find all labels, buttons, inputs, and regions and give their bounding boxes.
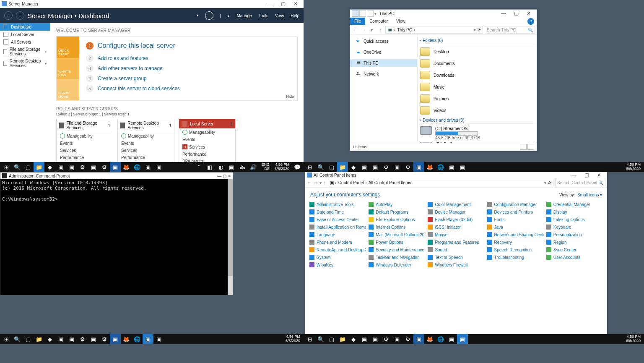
cp-remoteapp[interactable]: RemoteApp and Desktop Connections bbox=[309, 246, 366, 253]
qat-icon[interactable] bbox=[367, 10, 374, 17]
crumb-this-pc[interactable]: This PC bbox=[397, 28, 412, 32]
back-button[interactable]: ← bbox=[352, 27, 358, 32]
nav-quick-access[interactable]: ★Quick access bbox=[350, 37, 417, 45]
scroll-thumb[interactable] bbox=[228, 179, 233, 276]
cp-admin-tools[interactable]: Administrative Tools bbox=[309, 201, 366, 208]
cmd-icon[interactable]: ▣ bbox=[446, 334, 457, 344]
taskbar-app-icon[interactable]: ▣ bbox=[392, 334, 402, 344]
cp-credential-manager[interactable]: Credential Manager bbox=[546, 201, 603, 208]
menu-view[interactable]: View bbox=[275, 13, 284, 18]
nav-remote-desktop[interactable]: Remote Desktop Services▸ bbox=[0, 57, 50, 69]
details-view-button[interactable] bbox=[520, 144, 527, 150]
folder-pictures[interactable]: Pictures bbox=[419, 93, 535, 104]
cp-personalization[interactable]: Personalization bbox=[546, 231, 603, 238]
server-manager-task-icon[interactable]: ▣ bbox=[153, 162, 164, 172]
cp-titlebar[interactable]: All Control Panel Items — ▢ ✕ bbox=[305, 172, 607, 178]
settings-icon[interactable]: ⚙ bbox=[381, 334, 392, 344]
folder-downloads[interactable]: Downloads bbox=[419, 69, 535, 81]
cp-color-management[interactable]: Color Management bbox=[428, 201, 484, 208]
refresh-icon[interactable] bbox=[205, 11, 213, 20]
taskbar-app-icon[interactable]: ◆ bbox=[44, 334, 55, 344]
minimize-button[interactable]: — bbox=[497, 10, 510, 16]
close-button[interactable]: ✕ bbox=[228, 174, 231, 178]
cmd-task-icon[interactable]: ▣ bbox=[143, 334, 153, 344]
taskbar-app-icon[interactable]: ◆ bbox=[44, 162, 55, 172]
nav-local-server[interactable]: Local Server bbox=[0, 31, 50, 38]
cp-ease-of-access[interactable]: Ease of Access Center bbox=[309, 216, 366, 223]
recent-dropdown[interactable]: ▾ bbox=[369, 27, 375, 33]
cp-security-maintenance[interactable]: Security and Maintenance bbox=[369, 246, 425, 253]
firefox-icon[interactable]: 🦊 bbox=[424, 334, 435, 344]
cp-config-manager[interactable]: Configuration Manager bbox=[487, 201, 544, 208]
taskbar-app-icon[interactable]: ▣ bbox=[359, 162, 370, 172]
row-performance[interactable]: Performance bbox=[57, 154, 113, 161]
action-center-icon[interactable]: 💬 bbox=[292, 162, 303, 172]
taskbar-app-icon[interactable]: ⚙ bbox=[402, 162, 413, 172]
nav-network[interactable]: 🖧Network bbox=[350, 70, 417, 78]
task-view-button[interactable]: ▢ bbox=[23, 334, 34, 344]
quick-start-tab[interactable]: QUICK START bbox=[57, 37, 79, 58]
forward-button[interactable]: → bbox=[313, 180, 318, 185]
taskbar-app-icon[interactable]: ▣ bbox=[66, 334, 77, 344]
crumb-control-panel[interactable]: Control Panel bbox=[338, 180, 364, 185]
taskbar-app-icon[interactable]: ▣ bbox=[359, 334, 370, 344]
nav-dashboard[interactable]: Dashboard bbox=[0, 23, 50, 31]
card-local-server[interactable]: Local Server1 Manageability Events 3Serv… bbox=[179, 119, 236, 162]
cmd-icon[interactable]: ▣ bbox=[143, 162, 153, 172]
cp-windows-firewall[interactable]: Windows Firewall bbox=[428, 261, 484, 268]
cmd-icon[interactable]: ▣ bbox=[446, 162, 457, 172]
cmd-titlebar[interactable]: Administrator: Command Prompt — ▢ ✕ bbox=[0, 172, 233, 179]
taskbar-app-icon[interactable]: ⚙ bbox=[99, 334, 110, 344]
taskbar-app-icon[interactable]: ◆ bbox=[348, 334, 359, 344]
taskbar-clock[interactable]: 4:56 PM6/6/2020 bbox=[283, 335, 303, 343]
cp-sound[interactable]: Sound bbox=[428, 246, 484, 253]
step-add-servers[interactable]: 3Add other servers to manage bbox=[86, 63, 291, 73]
search-button[interactable]: 🔍 bbox=[12, 334, 23, 344]
settings-icon[interactable]: ⚙ bbox=[381, 162, 392, 172]
cp-taskbar-nav[interactable]: Taskbar and Navigation bbox=[369, 254, 425, 261]
cp-flash-player[interactable]: Flash Player (32-bit) bbox=[428, 216, 484, 223]
recent-dropdown[interactable]: ▾ bbox=[319, 180, 322, 185]
address-bar[interactable]: ▣ › Control Panel › All Control Panel It… bbox=[328, 179, 554, 186]
back-button[interactable]: ← bbox=[4, 11, 13, 20]
row-services[interactable]: Services bbox=[57, 147, 113, 154]
explorer-task-icon[interactable]: 📁 bbox=[34, 334, 44, 344]
taskbar-app-icon[interactable]: ⚙ bbox=[402, 334, 413, 344]
taskbar[interactable]: ⊞ 🔍 ▢ 📁 ◆ ▣ ▣ ⚙ ▣ ⚙ ▣ 🦊 🌐 ▣ ▣ ˄ ◧ ◐ ▣ 🖧 … bbox=[0, 162, 304, 172]
taskbar-app-icon[interactable]: ▣ bbox=[457, 162, 468, 172]
firefox-icon[interactable]: 🦊 bbox=[121, 334, 132, 344]
cp-default-programs[interactable]: Default Programs bbox=[369, 209, 425, 215]
section-folders[interactable]: ▾Folders (6) bbox=[419, 37, 535, 44]
taskbar-app-icon[interactable]: ▣ bbox=[392, 162, 402, 172]
cp-text-to-speech[interactable]: Text to Speech bbox=[428, 254, 484, 261]
cp-java[interactable]: Java bbox=[487, 224, 544, 230]
network-icon[interactable]: 🖧 bbox=[237, 162, 248, 172]
edge-icon[interactable]: 🌐 bbox=[435, 162, 446, 172]
cp-network-sharing[interactable]: Network and Sharing Center bbox=[487, 231, 544, 238]
cp-wibukey[interactable]: WibuKey bbox=[309, 261, 366, 268]
learn-more-tab[interactable]: LEARN MORE bbox=[57, 79, 79, 100]
cp-mail[interactable]: Mail (Microsoft Outlook 2016) (32-bit) bbox=[369, 231, 425, 238]
control-panel-task-icon[interactable]: ▣ bbox=[457, 334, 468, 344]
nav-onedrive[interactable]: ☁OneDrive bbox=[350, 48, 417, 56]
address-bar[interactable]: 💻 › This PC › ▾ ⟳ bbox=[385, 26, 483, 34]
firefox-icon[interactable]: 🦊 bbox=[424, 162, 435, 172]
row-manageability[interactable]: Manageability bbox=[57, 132, 113, 140]
taskbar-app-icon[interactable]: ◆ bbox=[348, 162, 359, 172]
settings-icon[interactable]: ⚙ bbox=[77, 162, 88, 172]
taskbar[interactable]: ⊞ 🔍 ▢ 📁 ◆ ▣ ▣ ⚙ ▣ ⚙ ▣ 🦊 🌐 ▣ ▣ 4:56 PM6/6… bbox=[0, 334, 304, 344]
cp-internet-options[interactable]: Internet Options bbox=[369, 224, 425, 230]
back-button[interactable]: ← bbox=[307, 180, 312, 185]
tiles-view-button[interactable] bbox=[527, 144, 534, 150]
tray-icon[interactable]: ◧ bbox=[204, 162, 215, 172]
menu-tools[interactable]: Tools bbox=[259, 13, 268, 18]
task-view-button[interactable]: ▢ bbox=[23, 162, 34, 172]
row-events[interactable]: Events bbox=[57, 140, 113, 147]
taskbar-app-icon[interactable]: ▣ bbox=[88, 334, 99, 344]
nav-this-pc[interactable]: 💻This PC bbox=[350, 59, 417, 67]
edge-icon[interactable]: 🌐 bbox=[132, 162, 143, 172]
tab-file[interactable]: File bbox=[350, 18, 365, 25]
row-events[interactable]: Events bbox=[179, 136, 235, 143]
maximize-button[interactable]: ▢ bbox=[510, 10, 522, 16]
maximize-button[interactable]: ▢ bbox=[223, 174, 226, 178]
